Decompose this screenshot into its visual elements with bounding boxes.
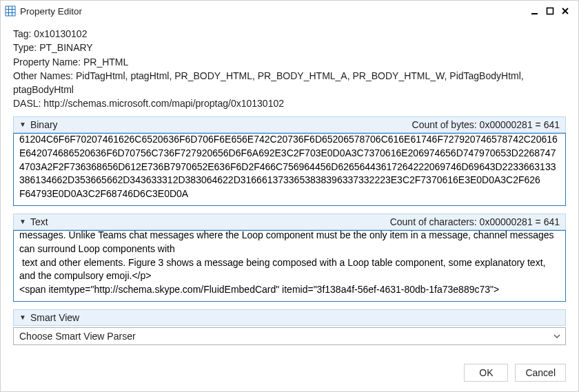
text-title: Text (30, 216, 48, 227)
tag-value: 0x10130102 (34, 28, 87, 39)
propname-value: PR_HTML (83, 56, 128, 68)
smartview-header[interactable]: ▼ Smart View (13, 309, 566, 326)
dasl-label: DASL: (13, 98, 41, 109)
titlebar: Property Editor (1, 1, 578, 21)
binary-title: Binary (30, 119, 58, 130)
binary-textbox[interactable] (13, 133, 566, 206)
meta-type: Type: PT_BINARY (13, 41, 566, 54)
close-icon (561, 7, 569, 15)
property-editor-window: Property Editor Tag: 0x10130102 Type: PT… (0, 0, 579, 392)
propname-label: Property Name: (13, 56, 81, 68)
ok-button[interactable]: OK (464, 364, 508, 382)
chevron-down-icon: ▼ (19, 313, 26, 321)
close-button[interactable] (558, 5, 573, 17)
minimize-button[interactable] (527, 5, 542, 17)
text-section: ▼ Text Count of characters: 0x00000281 =… (13, 214, 566, 304)
window-title: Property Editor (20, 6, 82, 17)
minimize-icon (531, 7, 539, 15)
caption-buttons (527, 5, 573, 17)
meta-othernames: Other Names: PidTagHtml, ptagHtml, PR_BO… (13, 69, 566, 97)
tag-label: Tag: (13, 28, 31, 39)
smartview-title: Smart View (30, 312, 79, 323)
footer: OK Cancel (1, 357, 578, 391)
smartview-selected: Choose Smart View Parser (19, 331, 136, 342)
meta-propname: Property Name: PR_HTML (13, 55, 566, 69)
maximize-button[interactable] (542, 5, 558, 17)
binary-count: Count of bytes: 0x00000281 = 641 (412, 119, 560, 130)
type-label: Type: (13, 42, 37, 53)
type-value: PT_BINARY (39, 42, 93, 53)
smartview-section: ▼ Smart View Choose Smart View Parser (13, 309, 566, 345)
binary-section: ▼ Binary Count of bytes: 0x00000281 = 64… (13, 116, 566, 208)
svg-rect-0 (6, 6, 15, 16)
dasl-value: http://schemas.microsoft.com/mapi/propta… (43, 98, 284, 109)
text-count: Count of characters: 0x00000281 = 641 (390, 216, 560, 227)
content-area: Tag: 0x10130102 Type: PT_BINARY Property… (1, 21, 578, 357)
cancel-button[interactable]: Cancel (515, 364, 566, 382)
svg-rect-5 (531, 13, 538, 14)
othernames-value: PidTagHtml, ptagHtml, PR_BODY_HTML, PR_B… (13, 70, 524, 95)
app-icon (5, 6, 16, 17)
svg-rect-6 (547, 8, 553, 14)
binary-header[interactable]: ▼ Binary Count of bytes: 0x00000281 = 64… (13, 116, 566, 133)
othernames-label: Other Names: (13, 70, 73, 81)
text-header[interactable]: ▼ Text Count of characters: 0x00000281 =… (13, 214, 566, 230)
meta-dasl: DASL: http://schemas.microsoft.com/mapi/… (13, 96, 566, 110)
text-textbox[interactable] (13, 230, 566, 302)
meta-tag: Tag: 0x10130102 (13, 27, 566, 41)
smartview-parser-select[interactable]: Choose Smart View Parser (13, 327, 566, 345)
chevron-down-icon: ▼ (19, 121, 26, 128)
chevron-down-icon: ▼ (19, 218, 26, 225)
maximize-icon (546, 7, 554, 15)
